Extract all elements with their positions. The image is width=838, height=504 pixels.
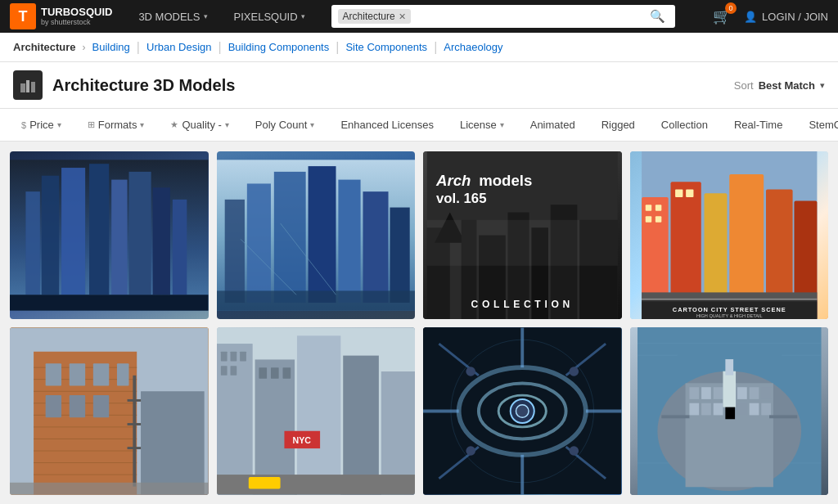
- grid-item-6[interactable]: NYC: [217, 327, 416, 495]
- search-bar: Architecture ✕ 🔍: [331, 5, 675, 28]
- svg-rect-50: [655, 205, 660, 210]
- sort-value[interactable]: Best Match: [759, 79, 815, 92]
- svg-rect-96: [259, 367, 267, 379]
- svg-rect-87: [255, 359, 295, 494]
- logo[interactable]: T TURBOSQUID by shutterstock: [10, 3, 112, 29]
- filter-license[interactable]: License ▾: [452, 115, 512, 134]
- svg-rect-9: [89, 164, 109, 295]
- price-icon: $: [21, 120, 26, 130]
- grid-item-5[interactable]: [10, 327, 209, 495]
- search-tag: Architecture ✕: [338, 9, 411, 24]
- search-input[interactable]: [411, 11, 647, 23]
- breadcrumb-div-4: |: [434, 40, 437, 55]
- svg-rect-92: [230, 352, 237, 362]
- filter-collection[interactable]: Collection: [653, 115, 716, 134]
- license-arrow: ▾: [500, 120, 504, 129]
- filter-stemcell[interactable]: StemCell: [800, 115, 838, 134]
- svg-text:COLLECTION: COLLECTION: [471, 299, 574, 310]
- breadcrumb-building-components[interactable]: Building Components: [228, 41, 330, 53]
- svg-rect-93: [240, 352, 246, 362]
- login-button[interactable]: 👤 LOGIN / JOIN: [744, 11, 828, 23]
- svg-rect-12: [153, 187, 170, 295]
- breadcrumb-root[interactable]: Architecture: [13, 41, 76, 53]
- brand-sub: by shutterstock: [41, 18, 112, 26]
- grid-item-2[interactable]: [217, 151, 416, 319]
- grid-item-3-archmodels[interactable]: Arch models vol. 165 COLLECTION: [423, 151, 622, 319]
- svg-rect-95: [230, 366, 237, 376]
- sort-label: Sort: [734, 79, 754, 92]
- svg-text:CARTOON CITY STREET SCENE: CARTOON CITY STREET SCENE: [672, 306, 786, 313]
- svg-rect-3: [26, 80, 29, 92]
- filter-quality[interactable]: ★ Quality - ▾: [162, 115, 237, 134]
- svg-rect-22: [338, 180, 360, 303]
- breadcrumb-site-components[interactable]: Site Components: [345, 41, 427, 53]
- svg-rect-11: [129, 172, 151, 295]
- grid-item-7[interactable]: [423, 327, 622, 495]
- quality-icon: ★: [170, 119, 178, 130]
- svg-rect-97: [270, 367, 278, 379]
- svg-rect-77: [70, 395, 85, 417]
- filter-rigged[interactable]: Rigged: [593, 115, 643, 134]
- grid-item-1[interactable]: [10, 151, 209, 319]
- svg-rect-49: [645, 205, 651, 210]
- svg-rect-20: [273, 172, 305, 303]
- user-icon: 👤: [744, 11, 757, 23]
- filter-poly-count[interactable]: Poly Count ▾: [247, 115, 323, 134]
- svg-rect-91: [220, 352, 227, 362]
- filter-price[interactable]: $ Price ▾: [13, 115, 70, 134]
- svg-rect-137: [749, 403, 759, 416]
- svg-rect-15: [61, 168, 85, 295]
- filter-animated[interactable]: Animated: [522, 115, 583, 134]
- svg-point-119: [569, 367, 579, 376]
- svg-rect-24: [390, 208, 409, 303]
- svg-rect-81: [128, 423, 142, 425]
- svg-rect-37: [427, 220, 618, 266]
- breadcrumb-building[interactable]: Building: [92, 41, 130, 53]
- sort-area: Sort Best Match ▾: [734, 79, 825, 92]
- svg-rect-134: [713, 403, 723, 416]
- svg-rect-133: [701, 403, 711, 416]
- svg-text:NYC: NYC: [292, 435, 311, 445]
- nav-right: 🛒 0 👤 LOGIN / JOIN: [713, 7, 828, 25]
- svg-rect-101: [217, 475, 416, 494]
- filter-formats[interactable]: ⊞ Formats ▾: [79, 115, 153, 134]
- grid-item-8[interactable]: [630, 327, 829, 495]
- breadcrumb-bar: Architecture › Building | Urban Design |…: [0, 33, 838, 62]
- filter-enhanced-licenses[interactable]: Enhanced Licenses: [332, 115, 441, 134]
- svg-rect-98: [282, 367, 291, 379]
- breadcrumb-archaeology[interactable]: Archaeology: [444, 41, 502, 53]
- svg-rect-51: [645, 216, 651, 222]
- cart-icon[interactable]: 🛒 0: [713, 7, 731, 25]
- svg-rect-78: [93, 395, 109, 417]
- svg-rect-13: [173, 200, 187, 295]
- search-button[interactable]: 🔍: [647, 9, 669, 24]
- svg-rect-136: [737, 403, 747, 416]
- nav-3d-models[interactable]: 3D MODELS ▾: [132, 7, 214, 26]
- grid-item-4-cartoon[interactable]: CARTOON CITY STREET SCENE HIGH QUALITY &…: [630, 151, 829, 319]
- breadcrumb-sep-0: ›: [83, 42, 86, 53]
- svg-rect-21: [308, 166, 336, 303]
- filter-real-time[interactable]: Real-Time: [726, 115, 791, 134]
- svg-rect-82: [128, 447, 142, 449]
- svg-rect-102: [248, 477, 280, 489]
- svg-rect-94: [220, 366, 227, 376]
- page-header-left: Architecture 3D Models: [13, 70, 235, 100]
- svg-rect-142: [769, 415, 797, 418]
- svg-rect-53: [675, 190, 683, 197]
- svg-rect-23: [363, 191, 388, 303]
- search-tag-remove[interactable]: ✕: [399, 11, 406, 22]
- svg-point-121: [569, 446, 579, 456]
- cart-badge: 0: [725, 2, 737, 14]
- svg-rect-127: [713, 387, 723, 399]
- svg-rect-125: [689, 387, 699, 399]
- svg-rect-25: [217, 290, 416, 310]
- nav-pixelsquid[interactable]: PIXELSQUID ▾: [228, 7, 312, 26]
- page-icon: [13, 70, 43, 100]
- breadcrumb-urban-design[interactable]: Urban Design: [146, 41, 212, 53]
- svg-rect-126: [701, 387, 711, 399]
- svg-rect-75: [117, 363, 129, 385]
- svg-rect-72: [46, 363, 61, 385]
- svg-rect-19: [246, 183, 270, 303]
- top-navigation: T TURBOSQUID by shutterstock 3D MODELS ▾…: [0, 0, 838, 33]
- brand-name: TURBOSQUID: [41, 7, 112, 18]
